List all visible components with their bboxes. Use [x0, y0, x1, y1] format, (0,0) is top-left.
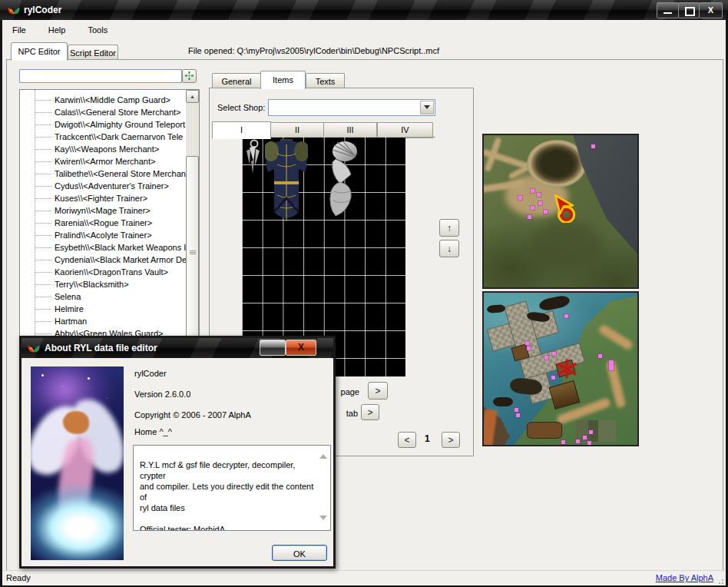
tree-item[interactable]: Dwigot\\<Almighty Ground Teleport: [20, 118, 185, 131]
search-input[interactable]: [19, 69, 182, 83]
dropdown-button[interactable]: [420, 101, 434, 114]
tree-item[interactable]: Esybeth\\<Black Market Weapons I: [20, 241, 185, 254]
next-page-button[interactable]: >: [368, 382, 388, 400]
tree-connector: [35, 186, 51, 187]
npc-marker: [551, 376, 555, 380]
dialog-title-bar[interactable]: About RYL data file editor X: [22, 338, 333, 358]
tree-item-label: Hartman: [55, 315, 87, 327]
close-button[interactable]: X: [699, 2, 723, 18]
item-gauntlet[interactable]: [325, 141, 360, 225]
tree-item[interactable]: Pralind\\<Acolyte Trainer>: [20, 229, 185, 241]
minimap-overview[interactable]: [482, 134, 639, 289]
minimize-button[interactable]: [657, 2, 679, 18]
npc-marker: [598, 354, 602, 358]
tab-script-editor[interactable]: Script Editor: [68, 45, 118, 61]
tree-connector: [35, 112, 51, 113]
tree-item[interactable]: Cyndenia\\<Black Market Armor De: [20, 254, 185, 266]
artwork-light-burst: [31, 482, 124, 560]
about-artwork: [31, 366, 124, 560]
about-description[interactable]: R.Y.L mcf & gsf file decrypter, decompil…: [133, 445, 331, 531]
dialog-close-button[interactable]: X: [286, 340, 316, 356]
select-shop-dropdown[interactable]: [268, 99, 435, 116]
tree-item[interactable]: Kwiren\\<Armor Merchant>: [20, 155, 185, 167]
npc-marker: [583, 436, 587, 439]
tree-item[interactable]: Trackcent\\<Dark Caernarvon Tele: [20, 131, 185, 143]
tree-item[interactable]: Selena: [20, 290, 185, 303]
resize-grip[interactable]: [716, 577, 723, 584]
next-page-nav-button[interactable]: >: [442, 432, 460, 448]
ship: [493, 397, 513, 406]
tree-item-label: Kwiren\\<Armor Merchant>: [55, 155, 155, 167]
scroll-up-icon: ▲: [190, 94, 195, 99]
shop-tab-1[interactable]: I: [212, 121, 271, 139]
tree-item-label: Selena: [55, 290, 81, 303]
tree-item-label: Pralind\\<Acolyte Trainer>: [55, 229, 152, 241]
dialog-minimize-button[interactable]: [260, 340, 286, 356]
tree-item-label: Rarenia\\<Rogue Trainer>: [55, 217, 152, 229]
tree-item[interactable]: Kaorien\\<DragonTrans Vault>: [20, 266, 185, 278]
tree-item[interactable]: Hartman: [20, 315, 185, 327]
close-icon: X: [708, 5, 713, 15]
tree-item[interactable]: Karwin\\<Middle Camp Guard>: [20, 94, 185, 106]
tree-item[interactable]: Moriwyn\\<Mage Trainer>: [20, 204, 185, 217]
tree-item-label: Kay\\\<Weapons Merchant>: [55, 143, 159, 155]
tree-item[interactable]: Rarenia\\<Rogue Trainer>: [20, 217, 185, 229]
shop-tab-4[interactable]: IV: [377, 122, 433, 138]
app-logo-icon: [27, 342, 41, 354]
npc-marker: [538, 201, 542, 205]
move-down-button[interactable]: ↓: [439, 240, 459, 257]
npc-marker: [515, 408, 518, 412]
tree-item[interactable]: Kay\\\<Weapons Merchant>: [20, 143, 185, 155]
tree-item-label: Trackcent\\<Dark Caernarvon Tele: [55, 131, 183, 143]
item-pendant[interactable]: [243, 138, 263, 177]
made-by-link[interactable]: Made By AlphA: [656, 573, 713, 582]
tree-item[interactable]: Calas\\<General Store Merchant>: [20, 106, 185, 118]
tree-item[interactable]: Cydus\\<Adventurer's Trainer>: [20, 180, 185, 192]
status-bar: Ready Made By AlphA: [2, 570, 726, 585]
desc-scroll-up-icon[interactable]: [319, 450, 327, 459]
dialog-title: About RYL data file editor: [45, 338, 157, 358]
next-tab-button[interactable]: >: [361, 404, 379, 420]
search-button[interactable]: [182, 69, 197, 83]
dropdown-arrow-icon: [424, 105, 430, 112]
tab-npc-editor[interactable]: NPC Editor: [11, 42, 68, 61]
selected-npc-x-icon: [556, 359, 577, 379]
artwork-stars: [41, 374, 44, 376]
tab-general[interactable]: General: [212, 73, 261, 89]
shop-tab-2[interactable]: II: [270, 122, 324, 138]
npc-marker: [518, 196, 522, 200]
npc-tree-list: Karwin\\<Middle Camp Guard>Calas\\<Gener…: [20, 94, 185, 340]
prev-page-button[interactable]: <: [398, 432, 416, 448]
shop-tab-3[interactable]: III: [323, 122, 377, 138]
menu-help[interactable]: Help: [41, 23, 73, 37]
npc-marker: [587, 441, 591, 445]
menu-tools[interactable]: Tools: [81, 23, 114, 37]
about-app-name: rylCoder: [134, 369, 167, 378]
minimap-harbor[interactable]: [482, 291, 639, 446]
next-icon: >: [375, 386, 380, 396]
app-logo-icon: [7, 4, 21, 16]
maximize-button[interactable]: [678, 2, 700, 18]
scrollbar-thumb[interactable]: [186, 156, 199, 348]
tree-item[interactable]: Terry\\<Blacksmith>: [20, 278, 185, 290]
move-up-button[interactable]: ↑: [439, 219, 459, 237]
tab-items[interactable]: Items: [260, 71, 306, 89]
about-home-link[interactable]: Home ^_^: [134, 427, 172, 436]
menu-file[interactable]: File: [5, 23, 33, 37]
item-plate-armor[interactable]: [265, 138, 308, 224]
tree-item[interactable]: Helmire: [20, 303, 185, 315]
desc-scroll-down-icon[interactable]: [319, 516, 327, 524]
tab-texts[interactable]: Texts: [306, 73, 345, 89]
title-bar[interactable]: rylCoder X: [0, 0, 728, 20]
selected-npc-arrow-icon: [550, 194, 577, 223]
tree-item-label: Cyndenia\\<Black Market Armor De: [55, 254, 187, 266]
tree-item[interactable]: Talibethe\\<General Store Merchan: [20, 167, 185, 180]
ok-button[interactable]: OK: [272, 545, 327, 561]
maximize-icon: [685, 7, 695, 16]
scroll-up-button[interactable]: ▲: [186, 90, 199, 103]
npc-marker: [609, 360, 614, 370]
tree-connector: [35, 161, 51, 162]
about-copyright: Copyright © 2006 - 2007 AlphA: [134, 410, 251, 420]
tree-item[interactable]: Kuses\\<Fighter Trainer>: [20, 192, 185, 204]
npc-marker: [531, 206, 534, 210]
